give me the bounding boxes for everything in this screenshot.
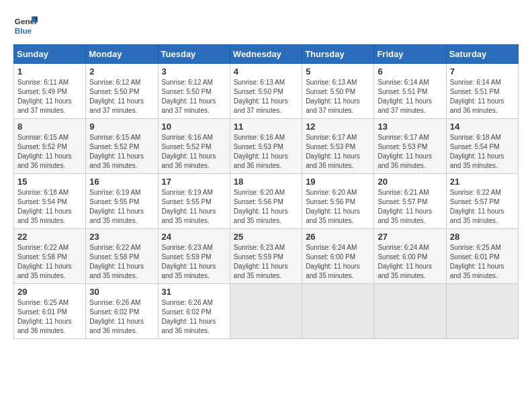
calendar-week-4: 22Sunrise: 6:22 AM Sunset: 5:58 PM Dayli… [14, 229, 519, 284]
day-info: Sunrise: 6:21 AM Sunset: 5:57 PM Dayligh… [378, 188, 442, 226]
day-info: Sunrise: 6:22 AM Sunset: 5:57 PM Dayligh… [450, 188, 515, 226]
day-number: 1 [17, 66, 82, 77]
day-info: Sunrise: 6:12 AM Sunset: 5:50 PM Dayligh… [162, 78, 226, 116]
calendar-cell: 13Sunrise: 6:17 AM Sunset: 5:53 PM Dayli… [374, 119, 446, 174]
day-info: Sunrise: 6:12 AM Sunset: 5:50 PM Dayligh… [89, 78, 154, 116]
day-info: Sunrise: 6:26 AM Sunset: 6:02 PM Dayligh… [162, 298, 226, 336]
calendar-cell [446, 284, 518, 339]
calendar-cell: 19Sunrise: 6:20 AM Sunset: 5:56 PM Dayli… [302, 174, 374, 229]
day-header-monday: Monday [86, 45, 158, 64]
calendar-cell: 25Sunrise: 6:23 AM Sunset: 5:59 PM Dayli… [230, 229, 302, 284]
day-number: 4 [234, 66, 298, 77]
day-number: 15 [17, 177, 82, 187]
calendar-header-row: SundayMondayTuesdayWednesdayThursdayFrid… [14, 45, 519, 64]
day-info: Sunrise: 6:11 AM Sunset: 5:49 PM Dayligh… [17, 78, 82, 116]
calendar-cell: 20Sunrise: 6:21 AM Sunset: 5:57 PM Dayli… [374, 174, 446, 229]
calendar-cell: 9Sunrise: 6:15 AM Sunset: 5:52 PM Daylig… [86, 119, 158, 174]
calendar-cell: 21Sunrise: 6:22 AM Sunset: 5:57 PM Dayli… [446, 174, 518, 229]
logo-icon: General Blue [13, 13, 38, 38]
day-number: 20 [378, 177, 442, 187]
day-number: 2 [89, 66, 154, 77]
calendar-cell: 14Sunrise: 6:18 AM Sunset: 5:54 PM Dayli… [446, 119, 518, 174]
day-number: 6 [378, 66, 442, 77]
day-info: Sunrise: 6:19 AM Sunset: 5:55 PM Dayligh… [89, 188, 154, 226]
day-header-saturday: Saturday [446, 45, 518, 64]
calendar-cell: 12Sunrise: 6:17 AM Sunset: 5:53 PM Dayli… [302, 119, 374, 174]
calendar-week-2: 8Sunrise: 6:15 AM Sunset: 5:52 PM Daylig… [14, 119, 519, 174]
day-info: Sunrise: 6:25 AM Sunset: 6:01 PM Dayligh… [17, 298, 82, 336]
day-info: Sunrise: 6:17 AM Sunset: 5:53 PM Dayligh… [378, 133, 442, 171]
page-header: General Blue [13, 13, 519, 38]
day-number: 18 [234, 177, 298, 187]
day-number: 21 [450, 177, 515, 187]
calendar-cell [230, 284, 302, 339]
day-number: 8 [17, 122, 82, 132]
calendar-cell: 23Sunrise: 6:22 AM Sunset: 5:58 PM Dayli… [86, 229, 158, 284]
day-info: Sunrise: 6:18 AM Sunset: 5:54 PM Dayligh… [17, 188, 82, 226]
day-number: 5 [306, 66, 370, 77]
svg-text:Blue: Blue [15, 26, 32, 35]
day-info: Sunrise: 6:20 AM Sunset: 5:56 PM Dayligh… [234, 188, 298, 226]
day-info: Sunrise: 6:14 AM Sunset: 5:51 PM Dayligh… [378, 78, 442, 116]
day-info: Sunrise: 6:16 AM Sunset: 5:52 PM Dayligh… [162, 133, 226, 171]
day-number: 25 [234, 232, 298, 242]
day-number: 17 [162, 177, 226, 187]
day-number: 19 [306, 177, 370, 187]
day-number: 23 [89, 232, 154, 242]
day-info: Sunrise: 6:23 AM Sunset: 5:59 PM Dayligh… [162, 243, 226, 281]
day-info: Sunrise: 6:13 AM Sunset: 5:50 PM Dayligh… [234, 78, 298, 116]
day-number: 9 [89, 122, 154, 132]
calendar-cell: 22Sunrise: 6:22 AM Sunset: 5:58 PM Dayli… [14, 229, 86, 284]
calendar-cell: 15Sunrise: 6:18 AM Sunset: 5:54 PM Dayli… [14, 174, 86, 229]
calendar-cell: 30Sunrise: 6:26 AM Sunset: 6:02 PM Dayli… [86, 284, 158, 339]
calendar-table: SundayMondayTuesdayWednesdayThursdayFrid… [13, 44, 519, 339]
calendar-cell [374, 284, 446, 339]
calendar-cell: 18Sunrise: 6:20 AM Sunset: 5:56 PM Dayli… [230, 174, 302, 229]
calendar-cell: 10Sunrise: 6:16 AM Sunset: 5:52 PM Dayli… [158, 119, 230, 174]
calendar-week-1: 1Sunrise: 6:11 AM Sunset: 5:49 PM Daylig… [14, 64, 519, 119]
calendar-cell: 17Sunrise: 6:19 AM Sunset: 5:55 PM Dayli… [158, 174, 230, 229]
day-number: 10 [162, 122, 226, 132]
day-number: 14 [450, 122, 515, 132]
day-number: 26 [306, 232, 370, 242]
calendar-cell: 26Sunrise: 6:24 AM Sunset: 6:00 PM Dayli… [302, 229, 374, 284]
calendar-cell: 16Sunrise: 6:19 AM Sunset: 5:55 PM Dayli… [86, 174, 158, 229]
day-info: Sunrise: 6:16 AM Sunset: 5:53 PM Dayligh… [234, 133, 298, 171]
calendar-cell: 4Sunrise: 6:13 AM Sunset: 5:50 PM Daylig… [230, 64, 302, 119]
day-info: Sunrise: 6:17 AM Sunset: 5:53 PM Dayligh… [306, 133, 370, 171]
day-number: 24 [162, 232, 226, 242]
day-info: Sunrise: 6:22 AM Sunset: 5:58 PM Dayligh… [17, 243, 82, 281]
logo: General Blue [13, 13, 38, 38]
day-number: 30 [89, 287, 154, 297]
day-info: Sunrise: 6:19 AM Sunset: 5:55 PM Dayligh… [162, 188, 226, 226]
calendar-cell: 31Sunrise: 6:26 AM Sunset: 6:02 PM Dayli… [158, 284, 230, 339]
day-info: Sunrise: 6:15 AM Sunset: 5:52 PM Dayligh… [89, 133, 154, 171]
day-number: 13 [378, 122, 442, 132]
day-info: Sunrise: 6:24 AM Sunset: 6:00 PM Dayligh… [378, 243, 442, 281]
day-info: Sunrise: 6:15 AM Sunset: 5:52 PM Dayligh… [17, 133, 82, 171]
day-number: 22 [17, 232, 82, 242]
day-number: 12 [306, 122, 370, 132]
calendar-cell: 28Sunrise: 6:25 AM Sunset: 6:01 PM Dayli… [446, 229, 518, 284]
calendar-week-5: 29Sunrise: 6:25 AM Sunset: 6:01 PM Dayli… [14, 284, 519, 339]
day-info: Sunrise: 6:18 AM Sunset: 5:54 PM Dayligh… [450, 133, 515, 171]
day-number: 11 [234, 122, 298, 132]
day-number: 27 [378, 232, 442, 242]
day-header-wednesday: Wednesday [230, 45, 302, 64]
calendar-cell: 27Sunrise: 6:24 AM Sunset: 6:00 PM Dayli… [374, 229, 446, 284]
day-header-tuesday: Tuesday [158, 45, 230, 64]
day-number: 3 [162, 66, 226, 77]
calendar-cell: 8Sunrise: 6:15 AM Sunset: 5:52 PM Daylig… [14, 119, 86, 174]
day-header-thursday: Thursday [302, 45, 374, 64]
calendar-cell: 24Sunrise: 6:23 AM Sunset: 5:59 PM Dayli… [158, 229, 230, 284]
calendar-cell: 3Sunrise: 6:12 AM Sunset: 5:50 PM Daylig… [158, 64, 230, 119]
calendar-cell [302, 284, 374, 339]
day-info: Sunrise: 6:24 AM Sunset: 6:00 PM Dayligh… [306, 243, 370, 281]
calendar-week-3: 15Sunrise: 6:18 AM Sunset: 5:54 PM Dayli… [14, 174, 519, 229]
calendar-cell: 6Sunrise: 6:14 AM Sunset: 5:51 PM Daylig… [374, 64, 446, 119]
calendar-cell: 29Sunrise: 6:25 AM Sunset: 6:01 PM Dayli… [14, 284, 86, 339]
day-info: Sunrise: 6:22 AM Sunset: 5:58 PM Dayligh… [89, 243, 154, 281]
day-info: Sunrise: 6:23 AM Sunset: 5:59 PM Dayligh… [234, 243, 298, 281]
day-number: 29 [17, 287, 82, 297]
calendar-cell: 11Sunrise: 6:16 AM Sunset: 5:53 PM Dayli… [230, 119, 302, 174]
